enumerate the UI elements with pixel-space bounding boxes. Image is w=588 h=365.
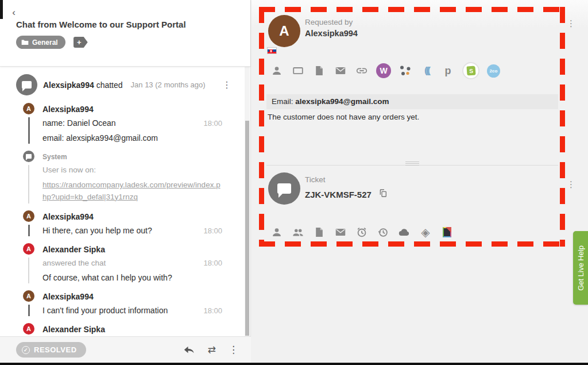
- message-time: 18:00: [203, 306, 222, 316]
- copy-icon[interactable]: [378, 188, 388, 201]
- thread-avatar: [16, 74, 37, 95]
- details-panel: ⋮ ⋮ A Requested by Alexsipka994 W ((( p …: [252, 0, 588, 363]
- wordpress-icon[interactable]: W: [376, 63, 391, 78]
- message-connector: [28, 225, 30, 236]
- card-icon[interactable]: [291, 64, 305, 78]
- chat-thread: Alexsipka994 chatted Jan 13 (2 months ag…: [0, 67, 245, 336]
- more-actions-icon[interactable]: ⋮: [229, 344, 238, 356]
- customer-avatar: A: [23, 290, 34, 302]
- file-icon[interactable]: [312, 225, 326, 239]
- diamond-icon[interactable]: ◈: [419, 225, 432, 239]
- message-text: name: Daniel Ocean: [42, 118, 116, 129]
- annotation-border-right: [560, 7, 565, 247]
- message-author: Alexander Sipka: [42, 243, 222, 254]
- customer-name: Alexsipka994: [305, 29, 358, 38]
- chat-message: A Alexsipka994 I can't find your product…: [0, 286, 245, 319]
- message-author: Alexsipka994: [42, 103, 222, 114]
- ticket-card-menu-button[interactable]: ⋮: [564, 178, 578, 191]
- tag-row: General +: [16, 36, 88, 49]
- email-label: Email:: [272, 97, 295, 106]
- ticket-integration-row: ◈: [270, 225, 454, 239]
- message-author: System: [42, 151, 222, 161]
- orders-note: The customer does not have any orders ye…: [268, 113, 419, 121]
- department-tag-label: General: [32, 39, 58, 47]
- mail-icon[interactable]: [334, 64, 347, 78]
- folder-icon: [21, 39, 29, 45]
- agent-avatar: A: [23, 323, 34, 335]
- history-icon[interactable]: [376, 225, 390, 239]
- customer-avatar: A: [23, 103, 34, 114]
- customer-integration-row: W ((( p S 2co: [270, 62, 500, 79]
- message-time: 18:00: [203, 258, 222, 268]
- message-text: User is now on:: [42, 165, 96, 175]
- chat-action-bar: ✓ RESOLVED ⇄ ⋮: [0, 336, 251, 363]
- back-button[interactable]: ‹: [8, 7, 20, 18]
- chat-panel: ‹ Chat from Welcome to our Support Porta…: [0, 0, 251, 363]
- message-text: Of course, what can I help you with?: [42, 272, 172, 283]
- window-bottom-edge: [0, 363, 588, 365]
- message-text: Hi there, can you help me out?: [42, 225, 152, 236]
- ticket-label: Ticket: [305, 175, 326, 184]
- chat-message: A Alexsipka994 name: Daniel Ocean18:00 e…: [0, 99, 245, 147]
- people-icon[interactable]: [291, 225, 305, 239]
- parentheses-icon[interactable]: (((: [420, 64, 434, 78]
- message-connector: [28, 258, 29, 283]
- chat-message: A Alexsipka994 Hi there, can you help me…: [0, 206, 245, 239]
- pipedrive-icon[interactable]: p: [441, 64, 455, 78]
- color-file-icon[interactable]: [440, 225, 454, 239]
- slovakia-flag-icon: [267, 47, 277, 54]
- person-icon[interactable]: [270, 225, 284, 239]
- thread-header: Alexsipka994 chatted Jan 13 (2 months ag…: [0, 67, 245, 99]
- twocheckout-icon[interactable]: 2co: [487, 64, 500, 78]
- get-live-help-button[interactable]: Get Live Help: [573, 231, 588, 305]
- person-icon[interactable]: [270, 64, 284, 78]
- visited-page-link[interactable]: https://randomcompany.ladesk.com/preview…: [42, 179, 220, 203]
- department-tag[interactable]: General: [16, 36, 65, 49]
- resize-handle[interactable]: [405, 162, 419, 166]
- transfer-icon[interactable]: ⇄: [208, 344, 216, 356]
- add-tag-button[interactable]: +: [74, 37, 88, 48]
- alarm-icon[interactable]: [355, 225, 369, 239]
- shopify-icon[interactable]: S: [462, 62, 479, 79]
- thread-date: Jan 13 (2 months ago): [131, 80, 206, 89]
- app-window: ‹ Chat from Welcome to our Support Porta…: [0, 0, 588, 365]
- agent-avatar: A: [23, 243, 34, 255]
- system-avatar: [23, 151, 34, 162]
- system-message: System User is now on: https://randomcom…: [0, 147, 245, 206]
- resolved-status-button[interactable]: ✓ RESOLVED: [16, 342, 86, 358]
- window-edge: [0, 0, 3, 19]
- message-time: 18:00: [203, 118, 222, 129]
- message-meta: answered the chat: [42, 258, 106, 268]
- message-connector: [28, 117, 30, 144]
- reply-icon[interactable]: [184, 345, 195, 355]
- message-time: 18:00: [203, 226, 222, 236]
- message-connector: [28, 165, 29, 203]
- cloud-icon[interactable]: [397, 225, 411, 239]
- scrollbar-thumb[interactable]: [245, 121, 249, 336]
- message-text: email: alexsipka994@gmail.com: [42, 133, 158, 144]
- thread-title: Alexsipka994 chatted: [43, 80, 123, 90]
- chat-message: A Alexander Sipka answered the chat18:00…: [0, 239, 245, 286]
- chat-scrollbar[interactable]: [245, 67, 250, 336]
- mail-icon[interactable]: [334, 225, 347, 239]
- chat-bubble-icon: [277, 183, 291, 194]
- customer-avatar: A: [23, 210, 34, 222]
- annotation-border-top: [259, 7, 565, 12]
- ticket-avatar: [268, 172, 300, 205]
- chat-bubble-icon: [22, 81, 32, 89]
- chat-message: A Alexander Sipka: [0, 319, 245, 336]
- message-author: Alexander Sipka: [42, 323, 222, 334]
- link-icon[interactable]: [355, 64, 369, 78]
- dots-icon[interactable]: [399, 64, 412, 78]
- thread-menu-button[interactable]: ⋮: [219, 79, 235, 91]
- message-author: Alexsipka994: [42, 290, 222, 301]
- customer-email-field[interactable]: Email: alexsipka994@gmail.com: [266, 94, 558, 109]
- chat-bubble-icon: [26, 154, 32, 159]
- annotation-border-bottom: [259, 241, 565, 247]
- customer-card-menu-button[interactable]: ⋮: [564, 17, 578, 30]
- requested-by-label: Requested by: [305, 18, 353, 26]
- file-icon[interactable]: [312, 64, 326, 78]
- message-connector: [28, 305, 30, 316]
- message-author: Alexsipka994: [42, 210, 222, 221]
- annotation-border-left: [259, 7, 264, 247]
